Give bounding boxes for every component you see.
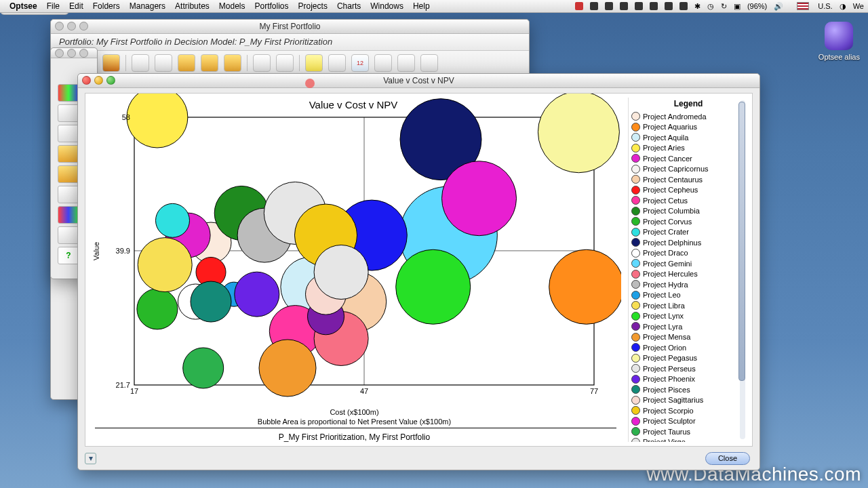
toolbar-icon[interactable] — [178, 54, 195, 72]
palette-icon[interactable] — [58, 186, 79, 203]
clock-icon[interactable]: ◷ — [707, 2, 714, 11]
legend-item[interactable]: Project Hercules — [631, 269, 745, 280]
menu-extra-icon[interactable] — [679, 2, 688, 10]
bubble[interactable] — [314, 245, 368, 300]
legend-scrollbar[interactable] — [740, 100, 745, 439]
menu-extra-icon[interactable] — [575, 2, 583, 10]
legend-item[interactable]: Project Centaurus — [631, 174, 745, 185]
wifi-icon[interactable]: ◑ — [840, 2, 846, 11]
toolbar-icon[interactable] — [102, 54, 120, 72]
palette-icon[interactable] — [58, 206, 79, 224]
portfolio-titlebar[interactable]: My First Portfolio — [51, 20, 529, 34]
menu-windows[interactable]: Windows — [370, 1, 403, 11]
legend-item[interactable]: Project Cancer — [631, 153, 745, 164]
toolbar-icon[interactable] — [276, 54, 294, 72]
menu-managers[interactable]: Managers — [130, 1, 165, 11]
bluetooth-icon[interactable]: ✱ — [694, 2, 701, 11]
bubble[interactable] — [538, 94, 619, 173]
input-lang[interactable]: U.S. — [790, 2, 832, 10]
legend-item[interactable]: Project Andromeda — [631, 111, 745, 122]
toolbar-icon[interactable] — [374, 54, 392, 72]
legend-item[interactable]: Project Gemini — [631, 258, 745, 269]
toolbar-icon[interactable] — [155, 54, 172, 72]
battery-icon[interactable]: ▣ — [734, 2, 741, 11]
bubble[interactable] — [156, 203, 190, 237]
legend-item[interactable]: Project Columbia — [631, 206, 745, 217]
toolbar-icon[interactable] — [132, 54, 149, 72]
bubble[interactable] — [127, 94, 188, 148]
legend-item[interactable]: Project Scorpio — [631, 405, 745, 416]
desktop-alias[interactable]: Optsee alias — [818, 22, 860, 61]
menu-extra-icon[interactable] — [650, 2, 658, 10]
legend-item[interactable]: Project Mensa — [631, 332, 745, 343]
legend-item[interactable]: Project Virgo — [631, 437, 745, 443]
legend-item[interactable]: Project Phoenix — [631, 374, 745, 385]
menu-folders[interactable]: Folders — [93, 1, 120, 11]
legend-item[interactable]: Project Aquarius — [631, 122, 745, 133]
bubble[interactable] — [183, 348, 224, 388]
toolbar-icon[interactable] — [201, 54, 218, 72]
bubble[interactable] — [442, 161, 517, 236]
toolbar-icon[interactable] — [328, 54, 346, 72]
minimize-icon[interactable] — [94, 76, 103, 85]
menu-edit[interactable]: Edit — [69, 1, 83, 11]
menu-projects[interactable]: Projects — [298, 1, 328, 11]
app-name[interactable]: Optsee — [9, 1, 37, 11]
palette-icon[interactable] — [58, 125, 79, 142]
legend-scroll-thumb[interactable] — [738, 102, 745, 381]
legend-item[interactable]: Project Crater — [631, 227, 745, 238]
menu-extra-icon[interactable] — [665, 2, 673, 10]
legend-item[interactable]: Project Hydra — [631, 279, 745, 290]
toolbar-icon[interactable] — [397, 54, 415, 72]
legend-item[interactable]: Project Perseus — [631, 363, 745, 374]
legend-item[interactable]: Project Leo — [631, 290, 745, 301]
legend-item[interactable]: Project Orion — [631, 342, 745, 353]
bubble[interactable] — [259, 340, 316, 396]
chart-titlebar[interactable]: Value v Cost v NPV — [78, 74, 760, 88]
bubble[interactable] — [137, 289, 178, 329]
zoom-icon[interactable] — [106, 76, 115, 85]
bubble[interactable] — [396, 249, 471, 324]
toolbar-icon[interactable] — [420, 54, 438, 72]
legend-item[interactable]: Project Aquila — [631, 132, 745, 143]
menu-charts[interactable]: Charts — [337, 1, 361, 11]
menu-portfolios[interactable]: Portfolios — [255, 1, 289, 11]
bubble-chart[interactable]: 17477721.739.958Value — [85, 94, 621, 446]
toolbar-icon[interactable] — [253, 54, 271, 72]
menu-extra-icon[interactable] — [605, 2, 613, 10]
bubble[interactable] — [235, 272, 279, 317]
legend-item[interactable]: Project Sculptor — [631, 416, 745, 427]
menu-extra-icon[interactable] — [620, 2, 628, 10]
palette-icon[interactable] — [58, 226, 79, 244]
volume-icon[interactable]: 🔊 — [774, 2, 783, 11]
close-icon[interactable] — [82, 76, 91, 85]
palette-icon[interactable] — [58, 104, 79, 122]
toolbar-icon[interactable] — [224, 54, 241, 72]
palette-icon[interactable] — [58, 84, 79, 102]
bubble[interactable] — [191, 281, 231, 322]
traffic-lights[interactable] — [55, 22, 88, 30]
legend-item[interactable]: Project Taurus — [631, 426, 745, 437]
sync-icon[interactable]: ↻ — [721, 2, 727, 11]
legend-item[interactable]: Project Pegasus — [631, 353, 745, 364]
menu-extra-icon[interactable] — [590, 2, 598, 10]
menu-file[interactable]: File — [47, 1, 60, 11]
menu-extra-icon[interactable] — [635, 2, 643, 10]
legend-item[interactable]: Project Delphinus — [631, 237, 745, 248]
menu-attributes[interactable]: Attributes — [175, 1, 210, 11]
legend-item[interactable]: Project Cepheus — [631, 185, 745, 196]
legend-item[interactable]: Project Capricornus — [631, 164, 745, 175]
palette-help-icon[interactable]: ? — [58, 247, 79, 264]
disclosure-button[interactable]: ▾ — [85, 453, 96, 464]
traffic-lights[interactable] — [82, 76, 115, 85]
legend-item[interactable]: Project Draco — [631, 248, 745, 259]
legend-item[interactable]: Project Lyra — [631, 321, 745, 332]
legend-item[interactable]: Project Aries — [631, 143, 745, 154]
legend-item[interactable]: Project Pisces — [631, 384, 745, 395]
legend-item[interactable]: Project Lynx — [631, 311, 745, 322]
close-button[interactable]: Close — [705, 452, 750, 465]
legend-item[interactable]: Project Libra — [631, 300, 745, 311]
toolbar-calendar-icon[interactable]: 12 — [351, 54, 369, 72]
palette-icon[interactable] — [58, 145, 79, 163]
legend-item[interactable]: Project Corvus — [631, 216, 745, 227]
